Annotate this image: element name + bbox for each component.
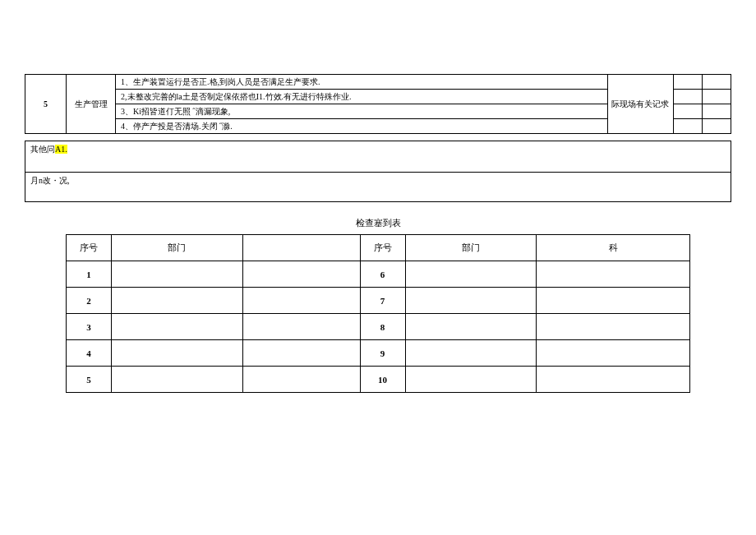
header-last: 科 [537,235,690,261]
last-cell [537,288,690,314]
signin-title: 检查塞到表 [0,217,756,229]
blank-cell [674,90,703,104]
last-cell [537,367,690,393]
blank-cell [242,288,360,314]
seq-cell: 1 [67,261,112,288]
seq-cell: 8 [360,314,405,340]
signin-row: 1 6 [67,261,690,288]
notes-table: 其他问A1. 月n改・况, [25,141,731,202]
blank-cell [242,314,360,340]
blank-cell [703,90,731,104]
rectification-cell: 月n改・况, [25,173,731,202]
header-dept-left: 部门 [112,235,243,261]
dept-cell [112,288,243,314]
dept-cell [112,367,243,393]
check-item-1: 1、生产装置运行是否正.格,到岗人员是否满足生产要求. [116,75,608,90]
seq-number: 5 [25,75,67,134]
signin-row: 3 8 [67,314,690,340]
last-cell [537,314,690,340]
blank-cell [242,340,360,367]
blank-cell [674,75,703,90]
category-label: 生产管理 [67,75,116,134]
blank-cell [703,104,731,119]
signin-row: 2 7 [67,288,690,314]
blank-cell [242,261,360,288]
seq-cell: 9 [360,340,405,367]
dept-cell [405,261,537,288]
header-blank-left [242,235,360,261]
blank-cell [242,367,360,393]
blank-cell [703,75,731,90]
signin-table: 序号 部门 序号 部门 科 1 6 2 7 3 8 [66,234,690,393]
dept-cell [405,340,537,367]
production-management-table: 5 生产管理 1、生产装置运行是否正.格,到岗人员是否满足生产要求. 际现场有关… [25,74,731,134]
dept-cell [112,261,243,288]
seq-cell: 2 [67,288,112,314]
header-dept-right: 部门 [405,235,537,261]
seq-cell: 4 [67,340,112,367]
dept-cell [405,288,537,314]
seq-cell: 7 [360,288,405,314]
seq-cell: 10 [360,367,405,393]
dept-cell [112,340,243,367]
check-item-3: 3、Ki招皆道仃无照 ˝滴漏现象, [116,104,608,119]
check-item-2: 2,未整改完善的la土是否制定保依搭也I1.竹效.有无进行特殊作业. [116,90,608,104]
last-cell [537,340,690,367]
header-seq-right: 序号 [360,235,405,261]
signin-row: 4 9 [67,340,690,367]
note-label: 际现场有关记求 [608,75,674,134]
check-item-4: 4、停产产投是否清场.关闭 ˝滁. [116,119,608,134]
dept-cell [405,314,537,340]
dept-cell [112,314,243,340]
seq-cell: 6 [360,261,405,288]
seq-cell: 3 [67,314,112,340]
last-cell [537,261,690,288]
highlight-text: A1. [55,145,67,154]
signin-row: 5 10 [67,367,690,393]
blank-cell [674,104,703,119]
other-issues-cell: 其他问A1. [25,141,731,173]
blank-cell [703,119,731,134]
header-seq-left: 序号 [67,235,112,261]
dept-cell [405,367,537,393]
blank-cell [674,119,703,134]
seq-cell: 5 [67,367,112,393]
